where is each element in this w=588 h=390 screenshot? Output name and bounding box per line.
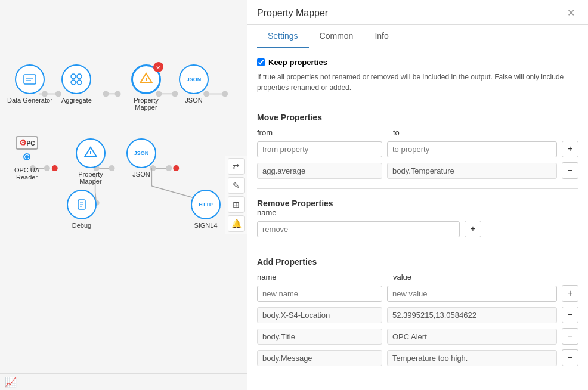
add-row-value-2: Temperature too high. <box>387 350 557 366</box>
node-property-mapper-1[interactable]: ✕ Property Mapper <box>122 64 170 111</box>
move-row-from-0: agg.average <box>257 163 382 179</box>
svg-point-34 <box>71 74 76 79</box>
move-properties-title: Move Properties <box>257 113 578 122</box>
svg-point-22 <box>173 165 179 171</box>
canvas-bottom-bar: 📈 <box>0 373 247 390</box>
node-json-1[interactable]: JSON JSON <box>179 64 209 104</box>
add-remove-button-0[interactable]: − <box>562 307 578 323</box>
keep-properties-checkbox[interactable] <box>257 58 265 66</box>
chart-icon: 📈 <box>5 376 17 388</box>
add-value-header: value <box>393 273 578 281</box>
node-data-generator-label: Data Generator <box>7 97 52 104</box>
toolbar-edit-btn[interactable]: ✎ <box>228 177 245 194</box>
node-debug-label: Debug <box>72 222 91 229</box>
add-value-input[interactable] <box>387 286 557 302</box>
svg-point-2 <box>55 91 61 97</box>
node-json-1-label: JSON <box>185 97 202 104</box>
move-col-headers: from to <box>257 128 578 137</box>
from-header: from <box>257 128 388 137</box>
remove-properties-title: Remove Properties <box>257 199 578 208</box>
move-from-input[interactable] <box>257 141 382 157</box>
to-header: to <box>393 128 578 137</box>
add-remove-button-1[interactable]: − <box>562 328 578 345</box>
node-json-2[interactable]: JSON JSON <box>126 138 156 178</box>
toolbar-grid-btn[interactable]: ⊞ <box>228 196 245 213</box>
keep-properties-label[interactable]: Keep properties <box>268 58 327 67</box>
panel-content: Keep properties If true all properties n… <box>247 48 588 390</box>
toolbar-bell-btn[interactable]: 🔔 <box>228 215 245 232</box>
svg-rect-31 <box>24 75 36 84</box>
tab-info[interactable]: Info <box>364 25 399 48</box>
add-row-name-0: body.X-S4-Location <box>257 307 382 323</box>
remove-col-headers: name <box>257 208 578 217</box>
move-remove-button-0[interactable]: − <box>562 162 578 179</box>
svg-point-35 <box>77 74 82 79</box>
add-row-0: body.X-S4-Location 52.3995215,13.0584622… <box>257 307 578 323</box>
node-json-2-label: JSON <box>132 171 150 178</box>
node-property-mapper-2[interactable]: Property Mapper <box>67 138 114 185</box>
tab-settings[interactable]: Settings <box>257 25 309 48</box>
node-debug[interactable]: Debug <box>67 190 97 229</box>
svg-point-37 <box>77 80 82 85</box>
svg-point-36 <box>71 80 76 85</box>
add-row-2: body.Message Temperature too high. − <box>257 349 578 366</box>
move-add-button[interactable]: + <box>562 141 578 157</box>
move-new-row: + <box>257 141 578 157</box>
svg-point-8 <box>172 91 178 97</box>
remove-new-row: + <box>257 221 578 237</box>
remove-input[interactable] <box>257 221 460 237</box>
remove-name-header: name <box>257 208 277 217</box>
add-name-input[interactable] <box>257 286 382 302</box>
add-row-name-2: body.Message <box>257 350 382 366</box>
keep-properties-description: If true all properties not renamed or re… <box>257 72 578 93</box>
svg-point-5 <box>115 91 121 97</box>
node-property-mapper-2-label: Property Mapper <box>67 171 114 185</box>
panel-title: Property Mapper <box>257 8 328 18</box>
svg-point-43 <box>90 156 91 157</box>
panel-header: Property Mapper ✕ <box>247 0 588 25</box>
add-row-name-1: body.Title <box>257 329 382 345</box>
add-row-value-1: OPC Alert <box>387 329 557 345</box>
node-signl4[interactable]: HTTP SIGNL4 <box>191 190 221 229</box>
add-name-header: name <box>257 273 388 281</box>
svg-point-4 <box>103 91 109 97</box>
move-to-input[interactable] <box>387 141 557 157</box>
node-aggregate-label: Aggregate <box>61 97 92 104</box>
add-row-value-0: 52.3995215,13.0584622 <box>387 307 557 323</box>
svg-point-11 <box>222 91 228 97</box>
add-add-button[interactable]: + <box>562 285 578 302</box>
move-row-0: agg.average body.Temperature − <box>257 162 578 179</box>
node-property-mapper-1-label: Property Mapper <box>122 97 170 111</box>
move-row-to-0: body.Temperature <box>387 163 557 179</box>
canvas-toolbar: ⇄ ✎ ⊞ 🔔 <box>225 156 247 234</box>
add-col-headers: name value <box>257 273 578 281</box>
node-opc-ua[interactable]: ⚙PC OPC UA Reader <box>3 136 51 181</box>
node-aggregate[interactable]: Aggregate <box>61 64 92 104</box>
svg-point-21 <box>166 165 172 171</box>
svg-point-40 <box>146 82 147 83</box>
property-panel: Property Mapper ✕ Settings Common Info K… <box>247 0 588 390</box>
tab-common[interactable]: Common <box>309 25 364 48</box>
keep-properties-row: Keep properties <box>257 58 578 67</box>
add-row-1: body.Title OPC Alert − <box>257 328 578 345</box>
svg-point-15 <box>52 165 58 171</box>
add-new-row: + <box>257 285 578 302</box>
toolbar-connect-btn[interactable]: ⇄ <box>228 158 245 175</box>
tab-bar: Settings Common Info <box>247 25 588 48</box>
remove-add-button[interactable]: + <box>465 221 481 237</box>
flow-canvas[interactable]: Data Generator Aggregate ✕ Property Mapp… <box>0 0 247 390</box>
close-button[interactable]: ✕ <box>564 6 578 20</box>
node-signl4-label: SIGNL4 <box>194 222 217 229</box>
add-properties-title: Add Properties <box>257 257 578 267</box>
add-remove-button-2[interactable]: − <box>562 349 578 366</box>
node-opc-ua-label: OPC UA Reader <box>3 166 51 181</box>
node-data-generator[interactable]: Data Generator <box>7 64 52 104</box>
